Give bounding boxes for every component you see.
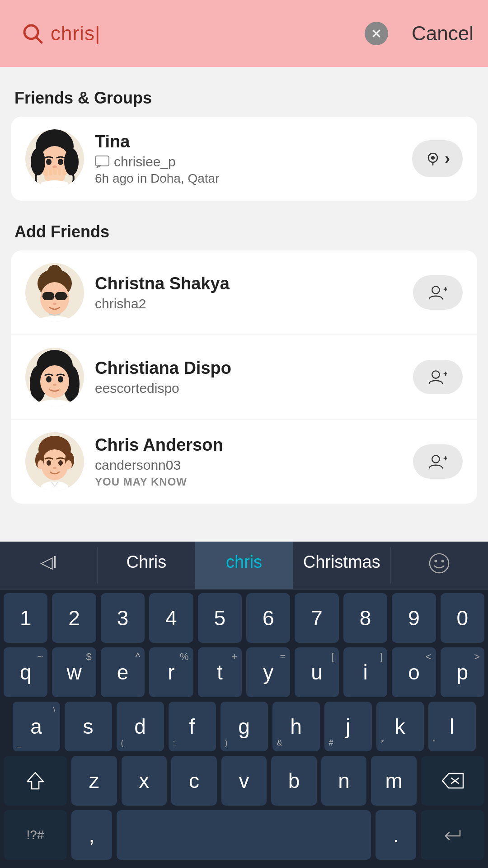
backspace-key[interactable]: [421, 756, 484, 806]
add-friend-chris-anderson[interactable]: Chris Anderson candersonn03 YOU MAY KNOW: [11, 420, 477, 504]
chris-anderson-name: Chris Anderson: [95, 435, 402, 455]
add-friend-christna[interactable]: Christna Shakya chrisha2: [11, 250, 477, 335]
backspace-icon: [441, 773, 464, 789]
add-person-icon-3: [428, 453, 447, 470]
key-c[interactable]: c: [171, 756, 217, 806]
key-0[interactable]: 0: [441, 593, 484, 643]
autocomplete-emoji[interactable]: [391, 542, 488, 589]
svg-point-40: [40, 365, 69, 398]
svg-point-62: [441, 560, 444, 562]
key-t[interactable]: +t: [198, 647, 242, 697]
key-1[interactable]: 1: [4, 593, 47, 643]
key-l[interactable]: "l: [428, 702, 476, 751]
svg-point-57: [432, 455, 439, 462]
autocomplete-chris-cap[interactable]: Chris: [98, 542, 195, 589]
key-v[interactable]: v: [221, 756, 267, 806]
svg-rect-27: [42, 292, 54, 300]
key-i[interactable]: ]i: [343, 647, 387, 697]
christiana-info: Christiana Dispo eescortedispo: [95, 359, 402, 396]
key-a[interactable]: \_a: [13, 702, 60, 751]
svg-line-1: [37, 38, 42, 42]
christna-username: chrisha2: [95, 296, 402, 311]
key-7[interactable]: 7: [295, 593, 338, 643]
key-6[interactable]: 6: [246, 593, 290, 643]
clear-button[interactable]: [365, 22, 388, 45]
qwerty-row: ~q $w ^e %r +t =y [u ]i <o >p: [4, 647, 484, 697]
key-r[interactable]: %r: [149, 647, 193, 697]
key-n[interactable]: n: [321, 756, 367, 806]
svg-rect-15: [53, 168, 57, 175]
search-input[interactable]: chris: [51, 22, 357, 45]
key-o[interactable]: <o: [392, 647, 436, 697]
svg-point-41: [46, 376, 52, 382]
key-z[interactable]: z: [71, 756, 117, 806]
friend-tina[interactable]: Tina chrisiee_p 6h ago in Doha, Qatar ›: [11, 117, 477, 201]
key-y[interactable]: =y: [246, 647, 290, 697]
add-christiana-button[interactable]: [413, 360, 463, 394]
key-w[interactable]: $w: [52, 647, 96, 697]
key-u[interactable]: [u: [295, 647, 338, 697]
autocomplete-chris-lower[interactable]: chris: [195, 542, 292, 589]
key-f[interactable]: :f: [169, 702, 216, 751]
key-m[interactable]: m: [371, 756, 417, 806]
search-bar[interactable]: chris: [11, 13, 399, 54]
key-4[interactable]: 4: [149, 593, 193, 643]
svg-point-9: [46, 159, 52, 165]
key-s[interactable]: s: [65, 702, 112, 751]
chevron-icon: ›: [445, 149, 450, 168]
key-8[interactable]: 8: [343, 593, 387, 643]
period-key[interactable]: .: [375, 810, 416, 860]
add-chris-anderson-button[interactable]: [413, 444, 463, 479]
number-row: 1 2 3 4 5 6 7 8 9 0: [4, 593, 484, 643]
return-icon: [442, 827, 464, 843]
key-3[interactable]: 3: [101, 593, 145, 643]
svg-rect-14: [49, 168, 52, 175]
tina-username: chrisiee_p: [114, 154, 176, 170]
shift-key[interactable]: [4, 756, 67, 806]
key-j[interactable]: #j: [324, 702, 372, 751]
key-e[interactable]: ^e: [101, 647, 145, 697]
key-9[interactable]: 9: [392, 593, 436, 643]
autocomplete-cursor[interactable]: ◁I: [0, 542, 97, 589]
keyboard-rows: 1 2 3 4 5 6 7 8 9 0 ~q $w ^e %r +t =y [u…: [0, 590, 488, 868]
chat-icon: [95, 156, 109, 168]
add-person-icon-2: [428, 369, 447, 385]
key-2[interactable]: 2: [52, 593, 96, 643]
shift-icon: [25, 771, 45, 791]
svg-marker-63: [27, 773, 43, 789]
key-5[interactable]: 5: [198, 593, 242, 643]
key-g[interactable]: )g: [221, 702, 268, 751]
key-k[interactable]: *k: [376, 702, 424, 751]
tina-location-button[interactable]: ›: [412, 140, 463, 177]
key-q[interactable]: ~q: [4, 647, 47, 697]
key-d[interactable]: (d: [117, 702, 164, 751]
bottom-row: !?# , .: [4, 810, 484, 860]
return-key[interactable]: [421, 810, 484, 860]
comma-key[interactable]: ,: [71, 810, 112, 860]
christna-info: Christna Shakya chrisha2: [95, 274, 402, 311]
christiana-name: Christiana Dispo: [95, 359, 402, 378]
cancel-button[interactable]: Cancel: [408, 22, 477, 45]
svg-point-43: [53, 384, 56, 386]
add-friends-header: Add Friends: [0, 208, 488, 250]
friends-groups-card: Tina chrisiee_p 6h ago in Doha, Qatar ›: [11, 117, 477, 201]
space-key[interactable]: [117, 810, 371, 860]
add-friend-christiana[interactable]: Christiana Dispo eescortedispo: [11, 335, 477, 420]
christiana-username: eescortedispo: [95, 381, 402, 396]
svg-point-10: [58, 159, 63, 165]
svg-rect-17: [62, 169, 66, 175]
christna-name: Christna Shakya: [95, 274, 402, 293]
svg-point-56: [66, 460, 72, 469]
autocomplete-christmas[interactable]: Christmas: [293, 542, 390, 589]
key-h[interactable]: &h: [272, 702, 320, 751]
svg-point-61: [435, 560, 437, 562]
svg-point-55: [38, 460, 44, 469]
add-christna-button[interactable]: [413, 275, 463, 310]
key-b[interactable]: b: [271, 756, 317, 806]
key-p[interactable]: >p: [441, 647, 484, 697]
symbols-key[interactable]: !?#: [4, 810, 67, 860]
key-x[interactable]: x: [122, 756, 167, 806]
zxcv-row: z x c v b n m: [4, 756, 484, 806]
chris-anderson-info: Chris Anderson candersonn03 YOU MAY KNOW: [95, 435, 402, 488]
smiley-icon: [428, 552, 450, 574]
